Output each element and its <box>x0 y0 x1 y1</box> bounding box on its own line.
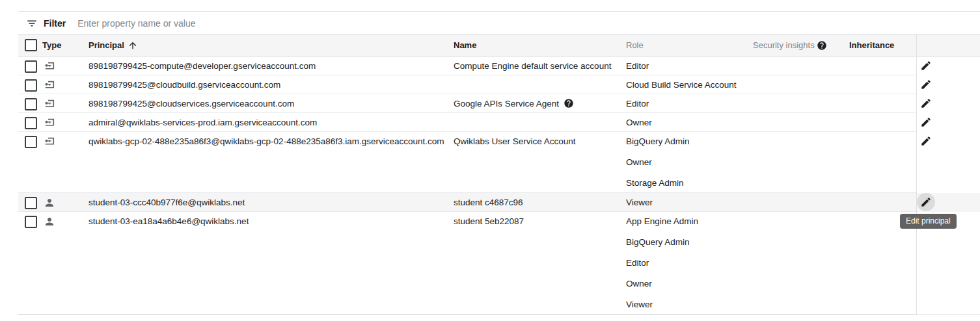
role-value: Viewer <box>626 192 653 213</box>
table-row: student-03-ea18a4a6b4e6@qwiklabs.netstud… <box>18 212 980 315</box>
principal-email: 898198799425@cloudservices.gserviceaccou… <box>88 94 294 113</box>
table-row: 898198799425-compute@developer.gservicea… <box>18 57 980 75</box>
principals-table: Type Principal Name Role Security insigh… <box>18 34 980 315</box>
help-icon[interactable] <box>817 40 827 51</box>
row-checkbox[interactable] <box>25 79 37 92</box>
edit-pencil-icon <box>920 79 932 90</box>
table-row: admiral@qwiklabs-services-prod.iam.gserv… <box>18 113 980 132</box>
role-value: App Engine Admin <box>626 211 698 232</box>
principal-email: student-03-ccc40b977f6e@qwiklabs.net <box>88 193 245 212</box>
iam-permissions-page: Filter Type Principal Name Role Security… <box>0 0 980 321</box>
edit-pencil-icon <box>920 135 932 147</box>
role-value: Viewer <box>626 294 698 315</box>
service-account-icon <box>43 60 56 73</box>
filter-input[interactable] <box>76 18 980 29</box>
principal-email: 898198799425@cloudbuild.gserviceaccount.… <box>88 75 280 94</box>
filter-bar: Filter <box>18 11 980 34</box>
role-value: Owner <box>626 274 698 294</box>
role-list: App Engine AdminBigQuery AdminEditorOwne… <box>626 211 698 315</box>
role-list: Cloud Build Service Account <box>626 75 737 96</box>
row-checkbox[interactable] <box>25 197 37 209</box>
row-checkbox[interactable] <box>25 136 37 148</box>
principal-email: student-03-ea18a4a6b4e6@qwiklabs.net <box>88 212 249 231</box>
table-row: qwiklabs-gcp-02-488e235a86f3@qwiklabs-gc… <box>18 132 980 193</box>
person-icon <box>43 196 56 209</box>
role-list: Viewer <box>626 192 653 213</box>
table-row: 898198799425@cloudbuild.gserviceaccount.… <box>18 75 980 94</box>
principal-name: student c4687c96 <box>454 193 523 212</box>
help-icon[interactable] <box>564 96 574 107</box>
person-icon <box>43 215 56 228</box>
service-account-icon <box>43 97 56 110</box>
row-checkbox[interactable] <box>25 60 37 73</box>
edit-principal-button[interactable] <box>917 57 935 75</box>
principal-email: admiral@qwiklabs-services-prod.iam.gserv… <box>88 113 317 132</box>
role-value: BigQuery Admin <box>626 131 690 152</box>
role-value: Editor <box>626 253 698 274</box>
row-checkbox[interactable] <box>25 98 37 110</box>
principal-email: qwiklabs-gcp-02-488e235a86f3@qwiklabs-gc… <box>88 132 444 151</box>
table-body: 898198799425-compute@developer.gservicea… <box>18 57 980 315</box>
edit-pencil-icon <box>920 97 932 109</box>
column-header-name[interactable]: Name <box>454 35 476 56</box>
principal-name: Google APIs Service Agent <box>454 94 574 113</box>
column-header-inheritance[interactable]: Inheritance <box>849 35 894 56</box>
row-divider <box>18 314 916 315</box>
iam-table-panel: Filter Type Principal Name Role Security… <box>18 11 980 315</box>
role-list: Editor <box>626 56 649 77</box>
role-value: Owner <box>626 112 652 133</box>
principal-name: student 5eb22087 <box>454 212 524 231</box>
column-header-security-insights[interactable]: Security insights <box>753 35 815 56</box>
service-account-icon <box>43 116 56 129</box>
edit-principal-button[interactable] <box>917 132 935 150</box>
edit-principal-button[interactable] <box>917 94 935 112</box>
edit-principal-button[interactable] <box>917 75 935 94</box>
service-account-icon <box>43 79 56 92</box>
table-row: student-03-ccc40b977f6e@qwiklabs.netstud… <box>18 193 980 212</box>
role-value: Owner <box>626 152 690 173</box>
arrow-up-icon[interactable] <box>128 40 138 51</box>
row-checkbox[interactable] <box>25 117 37 129</box>
role-value: Storage Admin <box>626 173 690 194</box>
row-checkbox[interactable] <box>25 216 37 228</box>
column-header-principal[interactable]: Principal <box>88 35 124 56</box>
edit-principal-tooltip: Edit principal <box>900 214 957 229</box>
role-list: Editor <box>626 94 649 114</box>
service-account-icon <box>43 135 56 148</box>
edit-principal-button[interactable] <box>917 193 935 211</box>
filter-list-icon <box>26 18 38 29</box>
role-value: Editor <box>626 94 649 114</box>
select-all-checkbox[interactable] <box>25 39 37 51</box>
role-list: BigQuery AdminOwnerStorage Admin <box>626 131 690 194</box>
role-value: Editor <box>626 56 649 77</box>
role-value: Cloud Build Service Account <box>626 75 737 96</box>
edit-pencil-icon <box>920 196 932 208</box>
filter-label: Filter <box>44 18 66 29</box>
table-row: 898198799425@cloudservices.gserviceaccou… <box>18 94 980 113</box>
actions-column-divider <box>916 34 917 315</box>
column-header-role[interactable]: Role <box>626 35 644 56</box>
principal-name: Qwiklabs User Service Account <box>454 132 576 151</box>
edit-pencil-icon <box>920 60 932 71</box>
role-value: BigQuery Admin <box>626 232 698 253</box>
table-header-row: Type Principal Name Role Security insigh… <box>18 34 980 57</box>
edit-pencil-icon <box>920 116 932 128</box>
principal-name: Compute Engine default service account <box>454 57 611 75</box>
principal-email: 898198799425-compute@developer.gservicea… <box>88 57 316 75</box>
column-header-type[interactable]: Type <box>42 35 61 56</box>
role-list: Owner <box>626 112 652 133</box>
edit-principal-button[interactable] <box>917 113 935 131</box>
